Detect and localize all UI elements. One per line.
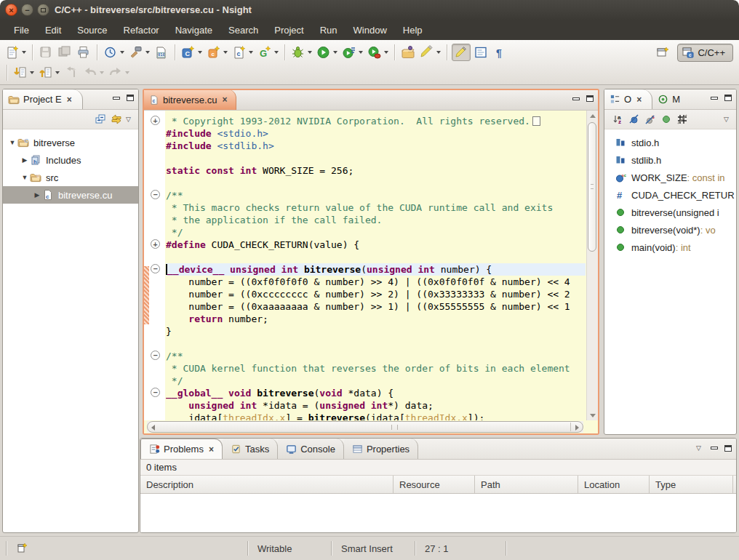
code-line[interactable]: #include <stdlib.h> xyxy=(166,140,586,152)
index-button[interactable] xyxy=(102,44,126,61)
editor-body[interactable]: +−+−−− * Copyright 1993-2012 NVIDIA Corp… xyxy=(144,111,598,433)
print-button[interactable] xyxy=(75,44,92,61)
tab-problems[interactable]: Problems × xyxy=(140,439,223,459)
scroll-down-icon[interactable] xyxy=(590,414,596,417)
close-window-button[interactable]: × xyxy=(5,4,17,16)
maximize-problems-icon[interactable] xyxy=(724,445,732,452)
new-cuda-source-dropdown-icon[interactable] xyxy=(223,51,228,54)
code-line[interactable]: __global__ void bitreverse(void *data) { xyxy=(166,387,586,399)
code-line[interactable] xyxy=(166,337,586,350)
code-line[interactable]: static const int WORK_SIZE = 256; xyxy=(166,164,586,177)
next-annotation-dropdown-icon[interactable] xyxy=(30,71,34,74)
debug-button[interactable] xyxy=(289,44,313,61)
run-button[interactable] xyxy=(315,44,339,61)
new-cuda-source-button[interactable]: c xyxy=(205,44,229,61)
outline-item-bitreverse-void-[interactable]: bitreverse(void*): vo xyxy=(604,221,736,239)
previous-annotation-dropdown-icon[interactable] xyxy=(55,71,60,74)
expand-fold-icon[interactable]: + xyxy=(151,116,160,125)
collapsed-arrow-icon[interactable]: ▶ xyxy=(32,191,42,199)
next-annotation-button[interactable] xyxy=(12,64,36,81)
horizontal-scrollbar[interactable] xyxy=(147,421,583,433)
scroll-left-icon[interactable] xyxy=(151,425,155,431)
outline-item-stdio-h[interactable]: stdio.h xyxy=(604,134,736,151)
minimize-view-icon[interactable] xyxy=(113,97,120,100)
code-generator-dropdown-icon[interactable] xyxy=(274,51,279,54)
tab-bitreverse-cu[interactable]: c bitreverse.cu × xyxy=(144,89,236,110)
minimize-problems-icon[interactable] xyxy=(711,447,718,449)
link-with-editor-button[interactable] xyxy=(108,111,124,127)
tab-properties[interactable]: Properties xyxy=(344,439,418,459)
minimize-editor-icon[interactable] xyxy=(572,97,580,100)
code-line[interactable] xyxy=(166,152,586,164)
minimize-outline-icon[interactable] xyxy=(711,97,718,100)
code-line[interactable]: /** xyxy=(166,189,586,201)
expanded-arrow-icon[interactable]: ▼ xyxy=(20,174,30,181)
search-button[interactable] xyxy=(418,44,442,61)
problems-table-body[interactable] xyxy=(140,494,736,533)
scroll-right-icon[interactable] xyxy=(575,425,579,431)
column-header-description[interactable]: Description xyxy=(140,476,394,493)
sort-button[interactable]: az xyxy=(610,111,626,127)
hide-static-members-button[interactable]: s xyxy=(642,111,658,127)
close-problems-icon[interactable]: × xyxy=(209,444,214,455)
save-button[interactable] xyxy=(37,44,55,61)
tab-outline[interactable]: O × xyxy=(604,89,652,109)
collapse-fold-icon[interactable]: − xyxy=(151,388,160,397)
menu-navigate[interactable]: Navigate xyxy=(167,20,220,40)
expand-fold-icon[interactable]: + xyxy=(151,239,160,249)
outline-view-menu-icon[interactable]: ▽ xyxy=(722,116,730,123)
outline-item-cuda-check-retur[interactable]: #CUDA_CHECK_RETUR xyxy=(604,186,736,204)
profile-system-dropdown-icon[interactable] xyxy=(384,51,388,54)
minimize-window-button[interactable]: − xyxy=(21,4,33,16)
tree-item-bitreverse-cu[interactable]: ▶cbitreverse.cu xyxy=(3,186,138,204)
column-header-location[interactable]: Location xyxy=(578,476,650,493)
build-button[interactable] xyxy=(127,44,151,61)
tab-console[interactable]: Console xyxy=(278,439,344,459)
new-wizard-button[interactable] xyxy=(4,44,28,61)
outline-item-stdlib-h[interactable]: stdlib.h xyxy=(604,151,736,169)
code-line[interactable]: * Copyright 1993-2012 NVIDIA Corporation… xyxy=(166,115,586,127)
menu-edit[interactable]: Edit xyxy=(37,20,69,40)
column-header-path[interactable]: Path xyxy=(475,476,578,493)
profile-button[interactable] xyxy=(340,44,364,61)
code-line[interactable]: number = ((0xcccccccc & number) >> 2) | … xyxy=(166,288,586,300)
code-line[interactable] xyxy=(166,251,586,263)
profile-system-button[interactable] xyxy=(366,44,390,61)
show-whitespace-button[interactable]: ¶ xyxy=(491,44,508,61)
menu-help[interactable]: Help xyxy=(395,20,431,40)
block-selection-button[interactable] xyxy=(472,44,490,61)
cpp-perspective-button[interactable]: c C/C++ xyxy=(677,44,733,62)
expanded-arrow-icon[interactable]: ▼ xyxy=(7,139,17,146)
column-header-resource[interactable]: Resource xyxy=(394,476,475,493)
horizontal-scrollbar-thumb[interactable] xyxy=(147,421,583,433)
collapse-fold-icon[interactable]: − xyxy=(151,264,160,273)
hide-non-public-button[interactable] xyxy=(658,111,674,127)
maximize-window-button[interactable] xyxy=(37,4,49,16)
menu-refactor[interactable]: Refactor xyxy=(116,20,167,40)
problems-view-menu-icon[interactable]: ▽ xyxy=(695,444,703,452)
code-line[interactable]: idata[threadIdx.x] = bitreverse(idata[th… xyxy=(166,412,586,420)
code-line[interactable]: * CUDA kernel function that reverses the… xyxy=(166,362,586,375)
menu-project[interactable]: Project xyxy=(266,20,311,40)
menu-file[interactable]: File xyxy=(6,20,37,40)
run-dropdown-icon[interactable] xyxy=(333,51,337,54)
save-all-button[interactable] xyxy=(56,44,73,61)
code-line[interactable]: * This macro checks return value of the … xyxy=(166,201,586,214)
collapse-all-button[interactable] xyxy=(92,111,108,127)
new-cuda-project-dropdown-icon[interactable] xyxy=(198,51,202,54)
close-project-explorer-icon[interactable]: × xyxy=(67,95,72,105)
tree-item-bitreverse[interactable]: ▼Cbitreverse xyxy=(3,134,138,151)
build-dropdown-icon[interactable] xyxy=(145,51,150,54)
menu-run[interactable]: Run xyxy=(312,20,345,40)
index-dropdown-icon[interactable] xyxy=(120,51,124,54)
tree-item-src[interactable]: ▼csrc xyxy=(3,169,138,186)
maximize-view-icon[interactable] xyxy=(127,95,134,101)
hide-fields-button[interactable] xyxy=(626,111,642,127)
mark-occurrences-button[interactable] xyxy=(452,44,471,61)
code-line[interactable]: __device__ unsigned int bitreverse(unsig… xyxy=(166,263,586,276)
close-editor-tab-icon[interactable]: × xyxy=(222,95,227,105)
new-wizard-dropdown-icon[interactable] xyxy=(22,51,26,54)
previous-annotation-button[interactable] xyxy=(37,64,61,81)
outline-item-work-size[interactable]: scWORK_SIZE: const in xyxy=(604,169,736,186)
code-line[interactable]: #define CUDA_CHECK_RETURN(value) { xyxy=(166,239,586,251)
